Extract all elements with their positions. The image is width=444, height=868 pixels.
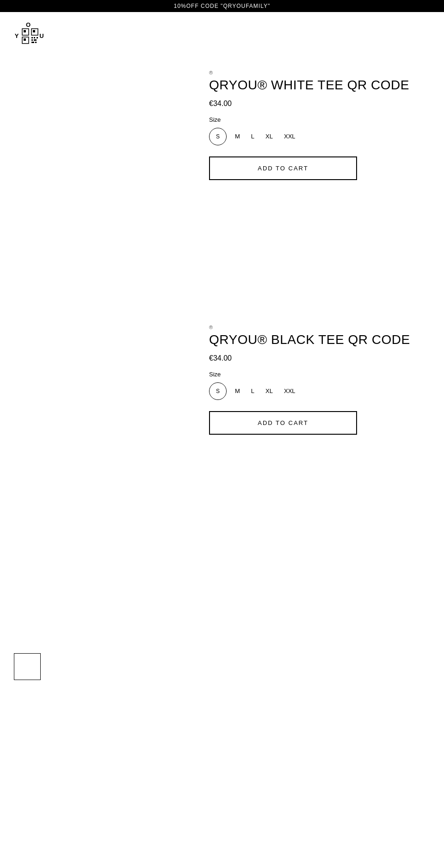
announcement-bar: 10%OFF CODE "QRYOUFAMILY"	[0, 0, 444, 12]
product1-size-xxl[interactable]: XXL	[281, 131, 298, 142]
product2-price: €34.00	[209, 354, 430, 362]
product2-size-label: Size	[209, 371, 430, 378]
announcement-text: 10%OFF CODE "QRYOUFAMILY"	[174, 3, 270, 9]
product1-image-col	[0, 65, 200, 292]
product1-registered: ®	[209, 70, 430, 75]
product2-size-m[interactable]: M	[232, 386, 243, 396]
svg-text:U: U	[39, 32, 43, 39]
svg-rect-15	[35, 42, 37, 43]
svg-rect-14	[31, 42, 34, 43]
logo[interactable]: O Y U	[14, 21, 42, 47]
svg-rect-8	[24, 38, 26, 41]
product1-title: QRYOU® WHITE TEE QR CODE	[209, 77, 430, 93]
product1-size-m[interactable]: M	[232, 131, 243, 142]
product1-details: ® QRYOU® WHITE TEE QR CODE €34.00 Size S…	[200, 65, 444, 292]
svg-rect-4	[24, 30, 26, 32]
product2-main-image	[14, 325, 190, 649]
product1-price: €34.00	[209, 100, 430, 108]
product1-size-options: S M L XL XXL	[209, 128, 430, 145]
svg-rect-11	[37, 37, 38, 38]
product2-thumbnail[interactable]	[14, 653, 41, 680]
svg-text:O: O	[26, 21, 31, 28]
product1-section: ® QRYOU® WHITE TEE QR CODE €34.00 Size S…	[0, 65, 444, 292]
product2-size-s[interactable]: S	[209, 382, 227, 400]
product2-section: ® QRYOU® BLACK TEE QR CODE €34.00 Size S…	[0, 320, 444, 680]
svg-text:Y: Y	[15, 32, 19, 39]
svg-rect-12	[31, 39, 33, 41]
svg-rect-10	[34, 37, 35, 38]
product2-details: ® QRYOU® BLACK TEE QR CODE €34.00 Size S…	[200, 320, 444, 680]
product1-size-l[interactable]: L	[248, 131, 257, 142]
product1-add-to-cart-button[interactable]: ADD TO CART	[209, 156, 357, 180]
logo-qr-icon: O Y U	[14, 21, 42, 47]
product2-title: QRYOU® BLACK TEE QR CODE	[209, 332, 430, 348]
product2-size-options: S M L XL XXL	[209, 382, 430, 400]
product2-registered: ®	[209, 325, 430, 330]
product2-size-xl[interactable]: XL	[263, 386, 276, 396]
product1-size-label: Size	[209, 116, 430, 123]
product2-size-xxl[interactable]: XXL	[281, 386, 298, 396]
svg-rect-9	[31, 37, 33, 38]
product1-size-xl[interactable]: XL	[263, 131, 276, 142]
header: O Y U	[0, 12, 444, 56]
svg-rect-13	[34, 39, 37, 41]
svg-rect-6	[33, 30, 35, 32]
product2-size-l[interactable]: L	[248, 386, 257, 396]
product1-main-image	[14, 70, 190, 292]
product2-image-col	[0, 320, 200, 680]
product2-add-to-cart-button[interactable]: ADD TO CART	[209, 411, 357, 435]
product1-size-s[interactable]: S	[209, 128, 227, 145]
